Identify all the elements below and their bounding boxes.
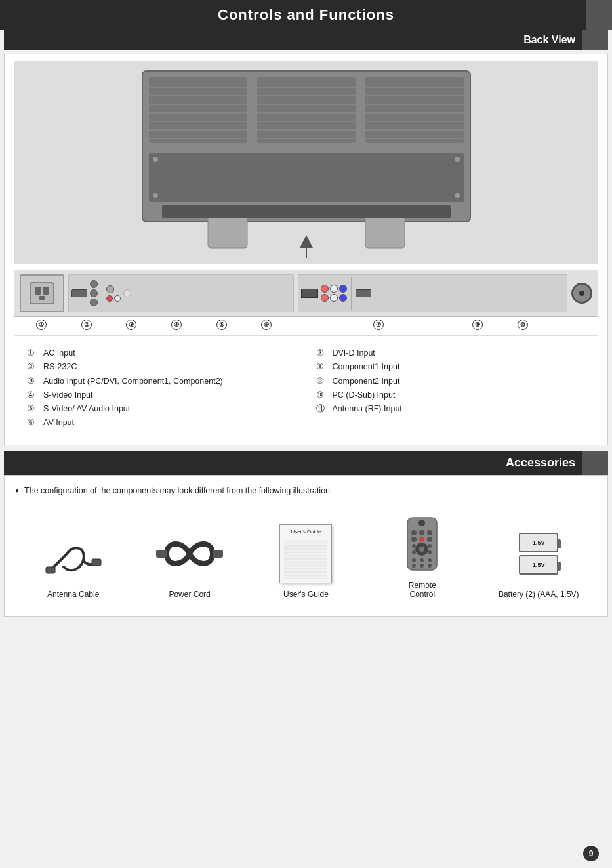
battery-label: Battery (2) (AAA, 1.5V): [499, 590, 579, 599]
svg-point-48: [427, 530, 432, 535]
labels-right-col: ⑦ DVI-D Input ⑧ Component1 Input ⑨ Compo…: [316, 346, 586, 430]
users-guide-image: User's Guide: [279, 524, 332, 583]
audio-port-3: [90, 299, 98, 306]
svg-rect-32: [162, 205, 451, 218]
antenna-cable-image: [41, 524, 106, 583]
svg-rect-36: [35, 287, 41, 295]
separator2: [351, 277, 352, 310]
svg-point-53: [419, 547, 424, 552]
labels-left-col: ① AC Input ② RS-232C ③ Audio Input (PC/D…: [27, 346, 296, 430]
label-svideo-av: ⑤ S-Video/ AV Audio Input: [27, 402, 296, 416]
power-cord-svg: [153, 527, 226, 580]
svg-rect-38: [39, 296, 45, 300]
antenna-port: [571, 283, 592, 304]
audio-port-1: [90, 280, 98, 288]
svg-rect-25: [149, 153, 464, 202]
label-dvi: ⑦ DVI-D Input: [316, 346, 586, 360]
right-connector-group: [298, 274, 567, 312]
page-title-text: Controls and Functions: [218, 7, 394, 23]
comp1-g: [330, 285, 338, 293]
svg-rect-40: [46, 567, 55, 573]
antenna-cable-label: Antenna Cable: [47, 590, 99, 599]
comp2-g: [330, 294, 338, 302]
antenna-cable-svg: [41, 527, 106, 580]
battery-box-2: 1.5V: [519, 555, 558, 575]
label-comp2: ⑨ Component2 Input: [316, 375, 586, 388]
dvi-port: [301, 289, 318, 298]
page-title: Controls and Functions: [0, 0, 612, 30]
battery-group: 1.5V 1.5V: [519, 533, 558, 575]
power-cord-label: Power Cord: [169, 590, 210, 599]
svg-point-59: [420, 558, 424, 562]
accessories-note: The configuration of the components may …: [15, 486, 597, 495]
label-svideo: ④ S-Video Input: [27, 388, 296, 402]
svg-point-60: [428, 558, 432, 562]
callout-6: ⑥: [261, 320, 272, 330]
callout-5: ⑤: [216, 320, 227, 330]
remote-control-image: [404, 515, 440, 574]
svg-rect-42: [156, 550, 167, 558]
callout-10: ⑩: [518, 320, 528, 330]
label-av-input: ⑥ AV Input: [27, 416, 296, 430]
connector-panel: [14, 270, 598, 317]
back-view-title: Back View: [523, 34, 575, 45]
svg-point-29: [455, 193, 460, 198]
ac-input-port: [20, 274, 64, 312]
remote-control-label: Remote Control: [409, 581, 436, 599]
svg-point-50: [419, 537, 424, 542]
comp2-b: [339, 294, 347, 302]
label-ac-input: ① AC Input: [27, 346, 296, 360]
svg-point-49: [411, 537, 417, 542]
comp1-r: [321, 285, 329, 293]
av-audio-r: [106, 295, 113, 302]
accessories-title: Accessories: [506, 456, 575, 469]
svg-point-27: [455, 157, 460, 162]
tv-back-image: [14, 61, 598, 264]
users-guide-item: User's Guide User's Guide: [260, 524, 352, 599]
av-audio-l: [114, 295, 121, 302]
svg-point-61: [412, 564, 416, 568]
battery-image: 1.5V 1.5V: [519, 524, 558, 583]
callout-numbers-row: ① ② ③ ④ ⑤ ⑥ ⑦ ⑨ ⑩: [14, 317, 598, 333]
battery-item: 1.5V 1.5V Battery (2) (AAA, 1.5V): [493, 524, 584, 599]
comp2-r: [321, 294, 329, 302]
dsub-port: [356, 289, 371, 297]
back-view-section: ① ② ③ ④ ⑤ ⑥ ⑦ ⑨ ⑩ ① AC Input ②: [4, 54, 608, 445]
svideo-port: [106, 285, 114, 293]
remote-svg: [404, 516, 440, 572]
svg-point-56: [412, 550, 416, 554]
users-guide-box: User's Guide: [279, 524, 332, 583]
svg-point-45: [418, 520, 425, 526]
page-number: 9: [583, 846, 599, 861]
svg-rect-41: [92, 559, 101, 566]
svg-rect-35: [30, 283, 54, 304]
svg-point-28: [153, 193, 158, 198]
tv-back-svg: [129, 64, 483, 261]
svg-marker-33: [300, 235, 313, 248]
svg-point-57: [428, 550, 432, 554]
remote-control-item: Remote Control: [377, 515, 468, 599]
battery-box-1: 1.5V: [519, 533, 558, 552]
antenna-cable-item: Antenna Cable: [28, 524, 119, 599]
callout-4: ④: [171, 320, 182, 330]
svg-rect-30: [208, 215, 247, 248]
accessories-section: The configuration of the components may …: [4, 475, 608, 617]
comp1-b: [339, 285, 347, 293]
svg-point-62: [420, 564, 424, 568]
svg-rect-31: [365, 215, 405, 248]
callout-7: ⑦: [373, 320, 384, 330]
svg-point-26: [153, 157, 158, 162]
accessories-grid: Antenna Cable Power Cord User's Guide: [15, 508, 597, 606]
svg-point-46: [411, 530, 417, 535]
callout-1: ①: [36, 320, 47, 330]
port-labels: ① AC Input ② RS-232C ③ Audio Input (PC/D…: [14, 339, 598, 438]
svg-point-47: [419, 530, 424, 535]
svg-point-54: [412, 544, 416, 548]
separator: [102, 277, 102, 310]
users-guide-inner-title: User's Guide: [284, 529, 327, 537]
label-rs232c: ② RS-232C: [27, 360, 296, 374]
divider-1: [14, 335, 598, 336]
callout-9: ⑨: [472, 320, 483, 330]
left-connector-group: [68, 274, 294, 312]
svg-rect-37: [43, 287, 49, 295]
